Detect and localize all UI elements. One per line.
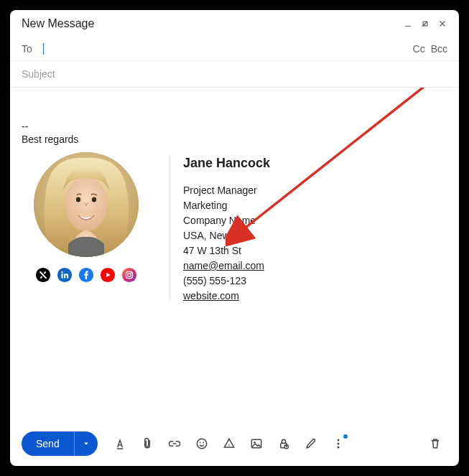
social-links [35, 267, 137, 283]
svg-point-19 [197, 439, 206, 448]
compose-title: New Message [22, 17, 94, 30]
signature-email[interactable]: name@email.com [183, 260, 264, 271]
signature-title: Project Manager [183, 183, 270, 198]
cc-button[interactable]: Cc [413, 43, 425, 55]
subject-field-row[interactable] [10, 61, 459, 88]
to-field-row[interactable]: To Cc Bcc [10, 37, 459, 61]
text-cursor [43, 43, 44, 55]
formatting-icon[interactable] [108, 431, 132, 456]
signature-separator: -- [22, 121, 447, 132]
signature-address: 47 W 13th St [183, 243, 270, 258]
svg-point-20 [199, 442, 200, 443]
x-icon[interactable] [35, 267, 51, 283]
send-button[interactable]: Send [22, 431, 74, 456]
svg-point-27 [337, 439, 339, 442]
svg-point-22 [228, 444, 230, 446]
discard-icon[interactable] [423, 431, 447, 456]
more-options-icon[interactable] [326, 431, 350, 456]
svg-rect-23 [251, 439, 261, 448]
svg-point-10 [61, 271, 62, 273]
svg-point-21 [203, 442, 204, 443]
signature-pen-icon[interactable] [299, 431, 323, 456]
svg-rect-9 [61, 274, 62, 278]
compose-window: New Message To Cc Bc [10, 10, 459, 466]
link-icon[interactable] [162, 431, 187, 456]
attach-icon[interactable] [135, 431, 159, 456]
email-signature: Jane Hancock Project Manager Marketing C… [22, 152, 447, 304]
compose-header: New Message [10, 10, 459, 37]
bcc-button[interactable]: Bcc [431, 43, 447, 55]
send-button-group: Send [22, 431, 98, 456]
drive-icon[interactable] [217, 431, 241, 456]
svg-point-6 [92, 197, 96, 202]
close-icon[interactable] [437, 19, 447, 29]
minimize-icon[interactable] [403, 19, 413, 29]
popout-icon[interactable] [420, 19, 430, 29]
confidential-icon[interactable] [271, 431, 296, 456]
signature-phone: (555) 555-123 [183, 274, 270, 289]
svg-point-16 [131, 272, 132, 274]
facebook-icon[interactable] [78, 267, 94, 283]
signature-department: Marketing [183, 198, 270, 213]
svg-point-28 [337, 443, 339, 445]
linkedin-icon[interactable] [57, 267, 73, 283]
to-label: To [22, 43, 40, 55]
signature-company: Company Name [183, 213, 270, 228]
signature-closing: Best regards [22, 134, 447, 145]
signature-name: Jane Hancock [183, 154, 270, 173]
compose-toolbar: Send [10, 424, 459, 466]
signature-location: USA, New York [183, 228, 270, 243]
emoji-icon[interactable] [190, 431, 214, 456]
svg-point-29 [337, 447, 339, 449]
subject-input[interactable] [22, 68, 447, 80]
svg-point-13 [122, 268, 136, 282]
image-icon[interactable] [244, 431, 269, 456]
send-more-button[interactable] [74, 431, 98, 456]
message-body[interactable]: -- Best regards [10, 88, 459, 424]
avatar [34, 152, 139, 257]
instagram-icon[interactable] [121, 267, 137, 283]
signature-details: Jane Hancock Project Manager Marketing C… [183, 152, 270, 304]
signature-divider [170, 157, 170, 299]
svg-point-4 [65, 177, 108, 231]
svg-point-5 [76, 197, 80, 202]
signature-website[interactable]: website.com [183, 290, 239, 302]
youtube-icon[interactable] [100, 267, 116, 283]
